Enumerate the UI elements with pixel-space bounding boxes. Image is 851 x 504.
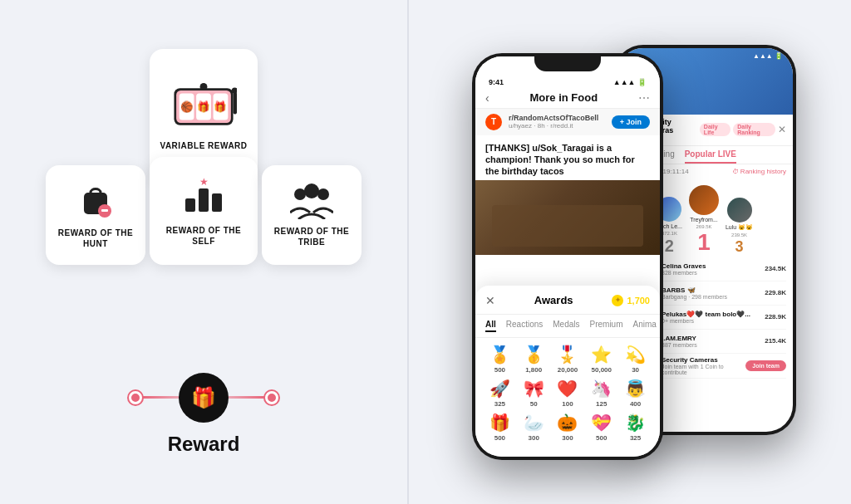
left-panel: 🏀 🎁 🎁 VARIABLE REWARD REW bbox=[0, 0, 407, 504]
tag-daily-life: Daily Life bbox=[700, 123, 730, 136]
front-header-title: More in Food bbox=[530, 91, 598, 104]
svg-point-20 bbox=[317, 188, 329, 200]
reward-circle: 🎁 bbox=[179, 373, 229, 423]
phone-front: 9:41 ▲▲▲ 🔋 ‹ More in Food ⋯ T r/RandomAc… bbox=[472, 53, 663, 460]
timeline-line-left bbox=[142, 396, 179, 399]
award-emoji-5: 🚀 bbox=[489, 379, 510, 399]
award-emoji-7: ❤️ bbox=[557, 379, 578, 399]
coin-amount: 1,700 bbox=[627, 296, 650, 306]
award-3[interactable]: ⭐50,000 bbox=[587, 345, 616, 374]
card-hunt[interactable]: REWARD OF THE HUNT bbox=[46, 165, 145, 265]
podium-count-2: 372.1K bbox=[662, 231, 677, 236]
ranking-history-btn[interactable]: ⏱ Ranking history bbox=[732, 168, 786, 175]
award-emoji-11: 🦢 bbox=[524, 413, 544, 433]
svg-text:🎁: 🎁 bbox=[197, 100, 210, 113]
svg-rect-15 bbox=[199, 188, 209, 212]
award-11[interactable]: 🦢300 bbox=[519, 413, 548, 442]
svg-text:🎁: 🎁 bbox=[214, 100, 227, 113]
front-time: 9:41 bbox=[489, 78, 504, 86]
award-13[interactable]: 💝500 bbox=[587, 413, 616, 442]
svg-rect-14 bbox=[185, 198, 195, 212]
timeline-area: 🎁 Reward bbox=[17, 373, 391, 456]
svg-text:🏀: 🏀 bbox=[180, 100, 194, 113]
award-0[interactable]: 🏅500 bbox=[485, 345, 514, 374]
awards-grid: 🏅500 🥇1,800 🎖️20,000 ⭐50,000 💫30 🚀325 🎀5… bbox=[475, 338, 660, 448]
podium-avatar-1 bbox=[689, 185, 719, 215]
award-cost-4: 30 bbox=[632, 366, 639, 374]
svg-rect-16 bbox=[212, 193, 222, 212]
front-signal: ▲▲▲ 🔋 bbox=[613, 78, 647, 86]
awards-close-icon[interactable]: ✕ bbox=[485, 294, 495, 307]
award-cost-6: 50 bbox=[530, 400, 538, 408]
award-cost-2: 20,000 bbox=[558, 366, 578, 374]
award-emoji-12: 🎃 bbox=[557, 413, 578, 433]
card-self[interactable]: ★ REWARD OF THE SELF bbox=[150, 157, 258, 265]
awards-header: ✕ Awards ✦ 1,700 bbox=[475, 294, 660, 315]
card-tribe[interactable]: REWARD OF THE TRIBE bbox=[262, 165, 362, 265]
back-arrow-icon[interactable]: ‹ bbox=[485, 91, 489, 105]
phones-container: 9:41 ▲▲▲ 🔋 Security Cameras 1,338 Da bbox=[430, 20, 829, 485]
award-8[interactable]: 🦄125 bbox=[587, 379, 616, 408]
award-cost-10: 500 bbox=[494, 434, 505, 442]
podium-rank-1: 1 bbox=[697, 231, 711, 254]
podium-1: Treyfrom... 269.5K 1 bbox=[689, 185, 719, 254]
awards-tab-all[interactable]: All bbox=[485, 320, 496, 332]
award-emoji-9: 👼 bbox=[625, 379, 646, 399]
timeline: 🎁 bbox=[129, 373, 278, 423]
award-1[interactable]: 🥇1,800 bbox=[519, 345, 548, 374]
svg-rect-13 bbox=[101, 209, 108, 212]
svg-text:★: ★ bbox=[199, 176, 209, 188]
awards-tab-premium[interactable]: Premium bbox=[590, 320, 623, 332]
timeline-dot-left bbox=[129, 391, 142, 404]
tag-daily-ranking: Daily Ranking bbox=[733, 123, 775, 136]
award-emoji-10: 🎁 bbox=[489, 413, 510, 433]
podium-name-1: Treyfrom... bbox=[690, 217, 718, 223]
post-image bbox=[475, 180, 660, 255]
post-title: [THANKS] u/Sok_Taragai is a champion! Th… bbox=[475, 135, 660, 181]
award-cost-1: 1,800 bbox=[525, 366, 542, 374]
awards-panel: ✕ Awards ✦ 1,700 All Reactions Medals Pr… bbox=[475, 286, 660, 457]
subreddit-bar: T r/RandomActsOfTacoBell u/hyaez · 8h · … bbox=[475, 109, 660, 135]
award-7[interactable]: ❤️100 bbox=[553, 379, 583, 408]
award-2[interactable]: 🎖️20,000 bbox=[553, 345, 583, 374]
award-emoji-14: 🐉 bbox=[625, 413, 646, 433]
award-cost-12: 300 bbox=[562, 434, 573, 442]
reward-label: Reward bbox=[168, 433, 240, 456]
svg-point-19 bbox=[304, 183, 319, 198]
variable-reward-label: VARIABLE REWARD bbox=[160, 140, 247, 151]
subreddit-info: r/RandomActsOfTacoBell u/hyaez · 8h · r/… bbox=[509, 114, 598, 130]
award-cost-8: 125 bbox=[596, 400, 607, 408]
award-cost-11: 300 bbox=[529, 434, 539, 442]
award-emoji-6: 🎀 bbox=[524, 379, 544, 399]
award-emoji-8: 🦄 bbox=[591, 379, 612, 399]
award-12[interactable]: 🎃300 bbox=[553, 413, 583, 442]
award-cost-5: 325 bbox=[494, 400, 505, 408]
award-14[interactable]: 🐉325 bbox=[621, 413, 650, 442]
awards-tab-medals[interactable]: Medals bbox=[553, 320, 579, 332]
more-options-icon[interactable]: ⋯ bbox=[638, 91, 650, 105]
podium-rank-2: 2 bbox=[665, 237, 674, 254]
award-5[interactable]: 🚀325 bbox=[485, 379, 514, 408]
awards-tab-reactions[interactable]: Reactions bbox=[506, 320, 543, 332]
front-header: ‹ More in Food ⋯ bbox=[475, 88, 660, 109]
award-emoji-1: 🥇 bbox=[524, 345, 544, 365]
award-6[interactable]: 🎀50 bbox=[519, 379, 548, 408]
award-4[interactable]: 💫30 bbox=[621, 345, 650, 374]
svg-rect-8 bbox=[234, 91, 237, 114]
svg-point-18 bbox=[294, 188, 306, 200]
award-9[interactable]: 👼400 bbox=[621, 379, 650, 408]
awards-tab-anima[interactable]: Anima bbox=[633, 320, 657, 332]
phone-notch bbox=[534, 53, 601, 71]
award-emoji-4: 💫 bbox=[625, 345, 646, 365]
award-cost-9: 400 bbox=[630, 400, 641, 408]
tab-popular-live[interactable]: Popular LIVE bbox=[685, 149, 736, 164]
coin-icon: ✦ bbox=[612, 295, 623, 306]
awards-tabs: All Reactions Medals Premium Anima bbox=[475, 315, 660, 338]
close-icon[interactable]: ✕ bbox=[778, 124, 786, 135]
award-10[interactable]: 🎁500 bbox=[485, 413, 514, 442]
podium-count-1: 269.5K bbox=[696, 224, 711, 229]
join-subreddit-button[interactable]: + Join bbox=[612, 115, 650, 129]
join-team-button[interactable]: Join team bbox=[745, 360, 786, 371]
hunt-label: REWARD OF THE HUNT bbox=[56, 228, 135, 249]
podium-avatar-3 bbox=[727, 198, 752, 223]
